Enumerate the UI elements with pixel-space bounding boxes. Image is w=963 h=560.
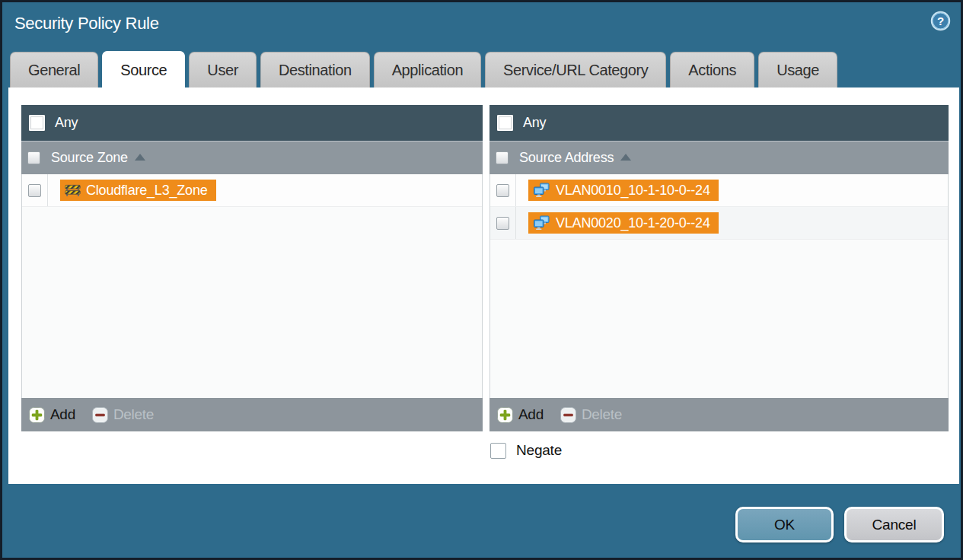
tab-general[interactable]: General — [10, 52, 98, 88]
add-button[interactable]: Add — [29, 406, 75, 423]
source-zone-toolbar: Add Delete — [21, 398, 483, 431]
security-policy-rule-dialog: Security Policy Rule ? General Source Us… — [0, 0, 963, 560]
add-label: Add — [518, 406, 544, 423]
source-address-toolbar: Add Delete — [489, 398, 949, 431]
source-address-any-label: Any — [523, 115, 546, 131]
add-label: Add — [50, 406, 75, 423]
tab-actions[interactable]: Actions — [670, 52, 754, 88]
delete-label: Delete — [582, 406, 622, 423]
row-checkbox[interactable] — [496, 184, 509, 197]
source-address-column-label: Source Address — [519, 150, 614, 166]
tab-application[interactable]: Application — [374, 52, 481, 88]
address-icon — [533, 183, 550, 198]
delete-button: Delete — [560, 406, 622, 423]
source-zone-panel: Any Source Zone — [21, 105, 483, 431]
source-address-any-bar: Any — [489, 105, 949, 141]
address-chip-label: VLAN0020_10-1-20-0--24 — [556, 215, 710, 231]
source-tab-content: Any Source Zone — [8, 88, 959, 484]
tab-usage[interactable]: Usage — [758, 52, 837, 88]
address-icon — [533, 215, 550, 231]
tab-strip: General Source User Destination Applicat… — [10, 51, 837, 88]
delete-minus-icon — [92, 407, 108, 423]
add-plus-icon — [29, 407, 45, 423]
table-row[interactable]: Cloudflare_L3_Zone — [22, 174, 482, 207]
table-row[interactable]: VLAN0010_10-1-10-0--24 — [490, 174, 948, 207]
source-address-any-checkbox[interactable] — [497, 115, 513, 131]
tab-destination[interactable]: Destination — [260, 52, 370, 88]
ok-button[interactable]: OK — [735, 507, 834, 542]
zone-icon — [65, 183, 81, 197]
cancel-button[interactable]: Cancel — [844, 507, 944, 542]
source-zone-select-all-checkbox[interactable] — [27, 151, 40, 164]
address-chip[interactable]: VLAN0010_10-1-10-0--24 — [528, 180, 719, 201]
dialog-title: Security Policy Rule — [14, 14, 159, 33]
svg-text:?: ? — [937, 14, 944, 27]
source-zone-list: Cloudflare_L3_Zone — [21, 174, 483, 398]
negate-row: Negate — [490, 442, 562, 459]
delete-label: Delete — [113, 406, 154, 423]
source-zone-any-checkbox[interactable] — [29, 115, 45, 131]
delete-button: Delete — [92, 406, 154, 423]
address-chip[interactable]: VLAN0020_10-1-20-0--24 — [528, 212, 719, 234]
zone-chip-label: Cloudflare_L3_Zone — [86, 183, 208, 199]
tab-source[interactable]: Source — [102, 51, 185, 88]
source-address-select-all-checkbox[interactable] — [496, 151, 509, 164]
add-plus-icon — [497, 407, 513, 423]
zone-chip[interactable]: Cloudflare_L3_Zone — [60, 180, 216, 201]
row-checkbox[interactable] — [496, 217, 509, 230]
source-address-panel: Any Source Address — [489, 105, 949, 431]
tab-user[interactable]: User — [189, 52, 257, 88]
source-address-column-header[interactable]: Source Address — [489, 141, 949, 174]
help-icon[interactable]: ? — [930, 11, 951, 31]
source-zone-any-bar: Any — [21, 105, 483, 141]
source-zone-any-label: Any — [55, 115, 78, 131]
delete-minus-icon — [560, 407, 576, 423]
source-zone-column-label: Source Zone — [51, 150, 128, 166]
tab-service-url-category[interactable]: Service/URL Category — [485, 52, 666, 88]
source-zone-column-header[interactable]: Source Zone — [21, 141, 483, 174]
sort-ascending-icon[interactable] — [620, 154, 631, 161]
row-checkbox[interactable] — [28, 184, 41, 197]
negate-label: Negate — [516, 442, 562, 459]
negate-checkbox[interactable] — [490, 443, 506, 459]
source-address-list: VLAN0010_10-1-10-0--24 — [489, 174, 949, 398]
table-row[interactable]: VLAN0020_10-1-20-0--24 — [490, 207, 948, 240]
add-button[interactable]: Add — [497, 406, 544, 423]
address-chip-label: VLAN0010_10-1-10-0--24 — [556, 183, 710, 199]
sort-ascending-icon[interactable] — [135, 154, 145, 161]
